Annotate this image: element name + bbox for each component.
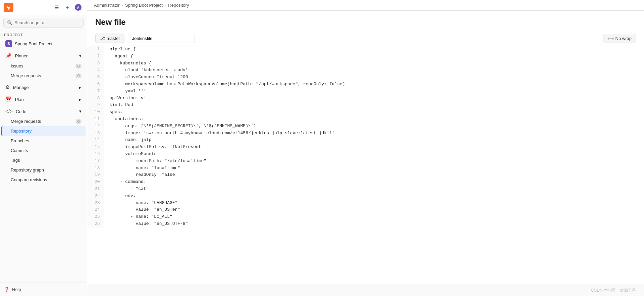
- line-code[interactable]: - mountPath: "/etc/localtime": [104, 158, 644, 165]
- breadcrumb-project[interactable]: Spring Boot Project: [125, 3, 163, 8]
- sidebar-top-icons: ☰ + A: [52, 3, 83, 12]
- line-code[interactable]: name: jnlp: [104, 137, 644, 144]
- line-code[interactable]: value: "en_US:en": [104, 206, 644, 213]
- new-item-button[interactable]: +: [63, 3, 72, 12]
- issues-badge: 0: [75, 64, 82, 68]
- plan-header[interactable]: 📅 Plan ▸: [1, 94, 86, 105]
- line-code[interactable]: kind: Pod: [104, 102, 644, 109]
- line-code[interactable]: yaml ''': [104, 88, 644, 95]
- merge-requests-badge: 0: [75, 73, 82, 78]
- line-code[interactable]: readOnly: false: [104, 171, 644, 179]
- line-code[interactable]: value: "en_US.UTF-8": [104, 220, 644, 228]
- table-row: 20 - command:: [87, 179, 644, 186]
- code-group: </> Code ▾ Merge requests 0 Repository B…: [0, 106, 87, 185]
- line-code[interactable]: spec:: [104, 109, 644, 116]
- line-code[interactable]: volumeMounts:: [104, 151, 644, 158]
- help-link[interactable]: ❓ Help: [0, 283, 87, 296]
- code-editor[interactable]: 1 pipeline { 2 agent { 3 kubernetes { 4 …: [87, 46, 644, 285]
- plan-label: Plan: [15, 97, 24, 102]
- line-code[interactable]: name: "localtime": [104, 165, 644, 172]
- line-number: 6: [87, 81, 104, 88]
- line-code[interactable]: apiVersion: v1: [104, 95, 644, 102]
- nav-item-repository[interactable]: Repository: [1, 126, 86, 136]
- main-content: Administrator › Spring Boot Project › Re…: [87, 0, 644, 296]
- breadcrumb-sep-2: ›: [165, 3, 166, 8]
- line-code[interactable]: - name: "LC_ALL": [104, 213, 644, 220]
- sidebar-top: ☰ + A: [0, 0, 87, 15]
- pinned-chevron-icon: ▾: [79, 53, 82, 58]
- line-code[interactable]: workspaceVolume hostPathWorkspaceVolume(…: [104, 81, 644, 88]
- line-code[interactable]: containers:: [104, 116, 644, 123]
- table-row: 11 containers:: [87, 116, 644, 123]
- line-number: 3: [87, 60, 104, 67]
- branch-selector[interactable]: ⎇ master: [95, 34, 124, 43]
- breadcrumb-sep-1: ›: [122, 3, 123, 8]
- pin-icon: 📌: [5, 53, 12, 58]
- no-wrap-button[interactable]: ⟺ No wrap: [603, 34, 636, 43]
- line-code[interactable]: - command:: [104, 179, 644, 186]
- line-number: 5: [87, 74, 104, 81]
- line-number: 13: [87, 130, 104, 137]
- line-code[interactable]: kubernetes {: [104, 60, 644, 67]
- nav-item-repository-graph[interactable]: Repository graph: [1, 165, 86, 175]
- sidebar: ☰ + A 🔍 Search or go to... Project S Spr…: [0, 0, 87, 296]
- line-number: 11: [87, 116, 104, 123]
- breadcrumb-administrator[interactable]: Administrator: [94, 3, 120, 8]
- table-row: 4 cloud 'kubernetes-study': [87, 67, 644, 74]
- line-code[interactable]: - args: [\'$(JENKINS_SECRET)\', \'$(JENK…: [104, 123, 644, 130]
- table-row: 15 imagePullPolicy: IfNotPresent: [87, 144, 644, 151]
- breadcrumb: Administrator › Spring Boot Project › Re…: [87, 0, 644, 11]
- line-number: 1: [87, 46, 104, 53]
- line-number: 24: [87, 206, 104, 213]
- nav-item-commits[interactable]: Commits: [1, 146, 86, 155]
- table-row: 18 name: "localtime": [87, 165, 644, 172]
- nav-item-compare-revisions[interactable]: Compare revisions: [1, 175, 86, 185]
- line-code[interactable]: - "cat": [104, 186, 644, 193]
- nav-item-merge-requests[interactable]: Merge requests 0: [1, 71, 86, 81]
- breadcrumb-current: Repository: [168, 3, 189, 8]
- code-icon: </>: [5, 108, 13, 114]
- line-number: 15: [87, 144, 104, 151]
- project-section-label: Project: [0, 30, 87, 38]
- line-number: 10: [87, 109, 104, 116]
- search-bar[interactable]: 🔍 Search or go to...: [3, 18, 84, 28]
- repository-label: Repository: [11, 129, 32, 134]
- project-name: Spring Boot Project: [15, 41, 52, 46]
- plan-group: 📅 Plan ▸: [0, 94, 87, 105]
- pinned-header[interactable]: 📌 Pinned ▾: [1, 50, 86, 61]
- page-header: New file: [87, 11, 644, 31]
- line-code[interactable]: - name: "LANGUAGE": [104, 200, 644, 207]
- line-code[interactable]: imagePullPolicy: IfNotPresent: [104, 144, 644, 151]
- line-number: 26: [87, 220, 104, 228]
- line-code[interactable]: pipeline {: [104, 46, 644, 53]
- nav-item-branches[interactable]: Branches: [1, 136, 86, 146]
- line-code[interactable]: agent {: [104, 53, 644, 60]
- line-number: 23: [87, 200, 104, 207]
- table-row: 19 readOnly: false: [87, 171, 644, 179]
- line-number: 22: [87, 193, 104, 200]
- project-avatar: S: [5, 40, 12, 47]
- avatar-button[interactable]: A: [73, 3, 83, 12]
- code-header[interactable]: </> Code ▾: [1, 106, 86, 116]
- line-code[interactable]: cloud 'kubernetes-study': [104, 67, 644, 74]
- nav-item-tags[interactable]: Tags: [1, 155, 86, 165]
- table-row: 23 - name: "LANGUAGE": [87, 200, 644, 207]
- line-number: 8: [87, 95, 104, 102]
- line-number: 9: [87, 102, 104, 109]
- commits-label: Commits: [11, 148, 28, 153]
- line-code[interactable]: slaveConnectTimeout 1200: [104, 74, 644, 81]
- line-code[interactable]: image: 'swr.cn-north-4.myhuaweicloud.com…: [104, 130, 644, 137]
- manage-icon: ⚙: [5, 84, 10, 90]
- nav-item-code-merge-requests[interactable]: Merge requests 0: [1, 116, 86, 126]
- nav-item-issues[interactable]: Issues 0: [1, 61, 86, 71]
- filename-input[interactable]: [128, 34, 195, 43]
- sidebar-toggle-button[interactable]: ☰: [52, 3, 61, 12]
- merge-requests-label: Merge requests: [11, 73, 41, 78]
- line-code[interactable]: env:: [104, 193, 644, 200]
- table-row: 26 value: "en_US.UTF-8": [87, 220, 644, 228]
- table-row: 13 image: 'swr.cn-north-4.myhuaweicloud.…: [87, 130, 644, 137]
- gitlab-logo[interactable]: [4, 3, 13, 12]
- manage-header[interactable]: ⚙ Manage ▸: [1, 82, 86, 93]
- branch-name: master: [107, 36, 120, 41]
- project-item[interactable]: S Spring Boot Project: [1, 38, 86, 49]
